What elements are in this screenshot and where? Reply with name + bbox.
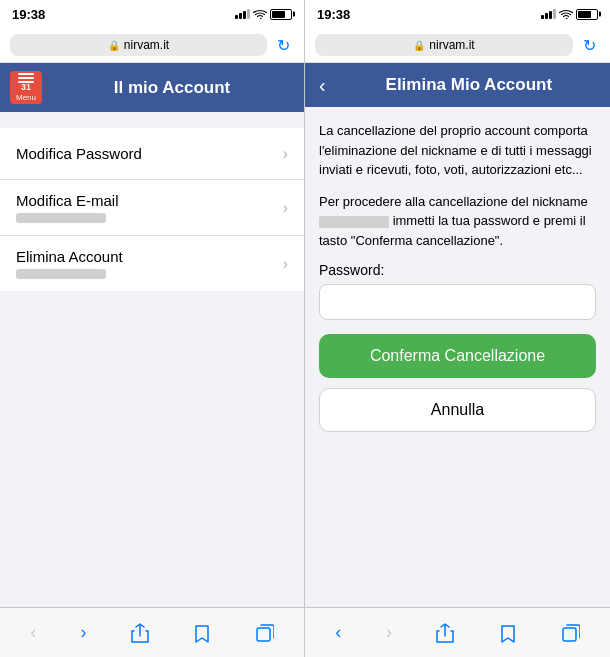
delete-description-1: La cancellazione del proprio account com…: [319, 121, 596, 180]
signal-icon-right: [541, 9, 556, 19]
back-button-left[interactable]: ‹: [24, 616, 42, 649]
url-pill-right[interactable]: 🔒 nirvam.it: [315, 34, 573, 56]
right-phone-panel: 19:38 🔒 nirvam.it ↻ ‹ Elimina Mio Accou: [305, 0, 610, 657]
bookmarks-button-left[interactable]: [187, 617, 217, 649]
domain-left: nirvam.it: [124, 38, 169, 52]
url-bar-left[interactable]: 🔒 nirvam.it ↻: [0, 28, 304, 63]
bottom-bar-right: ‹ ›: [305, 607, 610, 657]
menu-text-left: Menu: [16, 93, 36, 102]
battery-icon-left: [270, 9, 292, 20]
status-icons-left: [235, 9, 292, 20]
lock-icon-left: 🔒: [108, 40, 120, 51]
desc2-pre: Per procedere alla cancellazione del nic…: [319, 194, 588, 209]
url-pill-left[interactable]: 🔒 nirvam.it: [10, 34, 267, 56]
menu-item-delete-sub: [16, 269, 106, 279]
menu-item-password-label: Modifica Password: [16, 145, 142, 162]
menu-item-delete-content: Elimina Account: [16, 248, 123, 279]
menu-badge-left[interactable]: 31 Menu: [10, 71, 42, 104]
time-left: 19:38: [12, 7, 45, 22]
share-button-left[interactable]: [125, 617, 155, 649]
domain-right: nirvam.it: [429, 38, 474, 52]
chevron-icon-delete: ›: [283, 255, 288, 273]
back-button-right[interactable]: ‹: [329, 616, 347, 649]
wifi-icon-right: [559, 9, 573, 20]
svg-rect-0: [257, 628, 270, 641]
signal-icon-left: [235, 9, 250, 19]
confirm-cancellation-button[interactable]: Conferma Cancellazione: [319, 334, 596, 378]
bookmarks-button-right[interactable]: [493, 617, 523, 649]
nickname-placeholder: [319, 216, 389, 228]
url-bar-right[interactable]: 🔒 nirvam.it ↻: [305, 28, 610, 63]
menu-item-password[interactable]: Modifica Password ›: [0, 128, 304, 180]
menu-item-email-content: Modifica E-mail: [16, 192, 119, 223]
lock-icon-right: 🔒: [413, 40, 425, 51]
menu-item-email-label: Modifica E-mail: [16, 192, 119, 209]
menu-item-password-content: Modifica Password: [16, 145, 142, 162]
menu-count-left: 31: [21, 83, 31, 92]
chevron-icon-email: ›: [283, 199, 288, 217]
status-icons-right: [541, 9, 598, 20]
battery-icon-right: [576, 9, 598, 20]
reload-button-left[interactable]: ↻: [273, 36, 294, 55]
status-bar-left: 19:38: [0, 0, 304, 28]
chevron-icon-password: ›: [283, 145, 288, 163]
menu-item-email[interactable]: Modifica E-mail ›: [0, 180, 304, 236]
header-title-right: Elimina Mio Account: [338, 75, 600, 95]
menu-item-delete[interactable]: Elimina Account ›: [0, 236, 304, 291]
cancel-button[interactable]: Annulla: [319, 388, 596, 432]
wifi-icon-left: [253, 9, 267, 20]
content-left: Modifica Password › Modifica E-mail › El…: [0, 112, 304, 607]
delete-account-content: La cancellazione del proprio account com…: [305, 107, 610, 446]
tabs-button-left[interactable]: [250, 618, 280, 648]
share-button-right[interactable]: [430, 617, 460, 649]
forward-button-right[interactable]: ›: [380, 616, 398, 649]
menu-item-delete-label: Elimina Account: [16, 248, 123, 265]
time-right: 19:38: [317, 7, 350, 22]
delete-description-2: Per procedere alla cancellazione del nic…: [319, 192, 596, 251]
menu-list: Modifica Password › Modifica E-mail › El…: [0, 128, 304, 291]
forward-button-left[interactable]: ›: [75, 616, 93, 649]
status-bar-right: 19:38: [305, 0, 610, 28]
app-header-left: 31 Menu Il mio Account: [0, 63, 304, 112]
left-phone-panel: 19:38 🔒 nirvam.it ↻: [0, 0, 305, 657]
password-input[interactable]: [319, 284, 596, 320]
reload-button-right[interactable]: ↻: [579, 36, 600, 55]
tabs-button-right[interactable]: [556, 618, 586, 648]
svg-rect-1: [563, 628, 576, 641]
header-title-left: Il mio Account: [50, 78, 294, 98]
content-right: La cancellazione del proprio account com…: [305, 107, 610, 607]
bottom-bar-left: ‹ ›: [0, 607, 304, 657]
password-label: Password:: [319, 262, 596, 278]
menu-item-email-sub: [16, 213, 106, 223]
app-header-right: ‹ Elimina Mio Account: [305, 63, 610, 107]
back-button-header-right[interactable]: ‹: [315, 74, 330, 97]
